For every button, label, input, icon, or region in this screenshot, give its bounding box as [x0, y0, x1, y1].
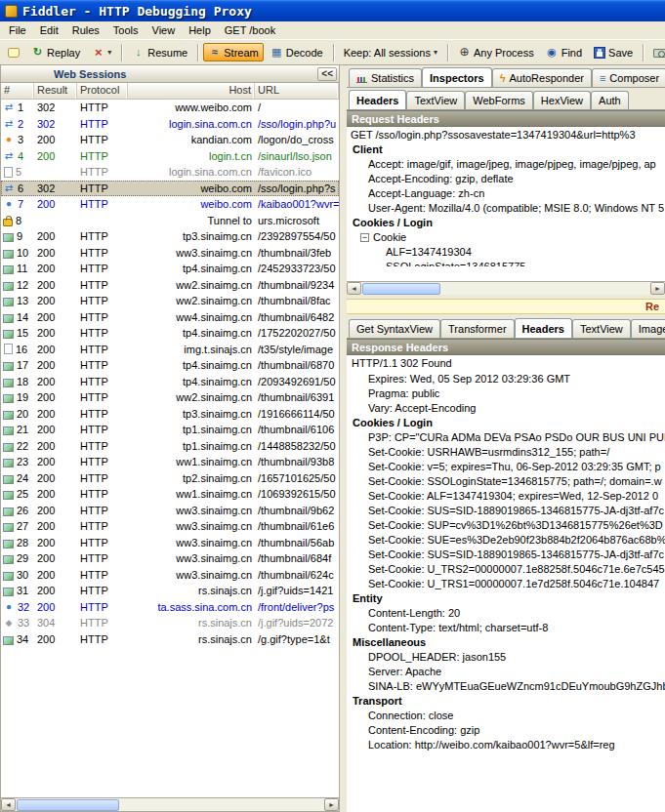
- session-row[interactable]: 25200HTTPww1.sinaimg.cn/1069392615/50: [1, 486, 339, 503]
- column-header-host[interactable]: Host: [128, 83, 255, 99]
- scroll-thumb[interactable]: [17, 799, 119, 811]
- request-header-line[interactable]: User-Agent: Mozilla/4.0 (compatible; MSI…: [347, 201, 665, 216]
- collapse-expander-icon[interactable]: −: [360, 233, 369, 242]
- any-process-button[interactable]: Any Process: [453, 43, 539, 61]
- session-row[interactable]: 30200HTTPww3.sinaimg.cn/thumbnail/624c: [1, 567, 339, 584]
- response-header-line[interactable]: Connection: close: [347, 709, 665, 723]
- title-bar[interactable]: Fiddler - HTTP Debugging Proxy: [0, 0, 665, 21]
- session-row[interactable]: 20200HTTPtp3.sinaimg.cn/1916666114/50: [1, 406, 339, 423]
- response-header-line[interactable]: Set-Cookie: SUS=SID-1889019865-134681577…: [347, 548, 665, 562]
- scroll-left-arrow-icon[interactable]: [347, 282, 361, 295]
- session-row[interactable]: 4200HTTPlogin.t.cn/sinaurl/lso.json: [1, 148, 339, 165]
- session-row[interactable]: 33304HTTPrs.sinajs.cn/j.gif?uids=2072: [1, 615, 339, 631]
- scroll-right-arrow-icon[interactable]: [324, 798, 339, 811]
- resume-button[interactable]: Resume: [127, 43, 192, 61]
- response-header-line[interactable]: Set-Cookie: SUS=SID-1889019865-134681577…: [347, 504, 665, 518]
- session-row[interactable]: 32200HTTPta.sass.sina.com.cn/front/deliv…: [1, 599, 339, 616]
- request-line[interactable]: GET /sso/login.php?ssosavestate=13474193…: [347, 127, 665, 142]
- session-row[interactable]: 10200HTTPww3.sinaimg.cn/thumbnail/3feb: [1, 245, 339, 262]
- response-tab-transformer[interactable]: Transformer: [440, 319, 515, 338]
- find-button[interactable]: Find: [541, 43, 587, 61]
- session-row[interactable]: 28200HTTPww3.sinaimg.cn/thumbnail/56ab: [1, 535, 339, 551]
- request-header-line[interactable]: Accept: image/gif, image/jpeg, image/pjp…: [347, 157, 665, 172]
- response-header-line[interactable]: Set-Cookie: SUE=es%3De2eb90f23b884b2f206…: [347, 533, 665, 548]
- menu-item-view[interactable]: View: [145, 22, 183, 38]
- response-header-line[interactable]: Content-Length: 20: [347, 606, 665, 621]
- response-header-line[interactable]: Server: Apache: [347, 665, 665, 679]
- response-header-line[interactable]: Set-Cookie: USRHAWB=usrmdins312_155; pat…: [347, 445, 665, 460]
- response-header-line[interactable]: Location: http://weibo.com/kaibao001?wvr…: [347, 738, 665, 752]
- menu-item-get-book[interactable]: GET /book: [218, 22, 282, 38]
- response-status-line[interactable]: HTTP/1.1 302 Found: [347, 355, 665, 372]
- response-header-line[interactable]: Set-Cookie: v=5; expires=Thu, 06-Sep-201…: [347, 460, 665, 474]
- sessions-horizontal-scrollbar[interactable]: [1, 797, 339, 811]
- session-row[interactable]: 21200HTTPtp1.sinaimg.cn/thumbnail/6106: [1, 422, 339, 438]
- response-header-line[interactable]: P3P: CP="CURa ADMa DEVa PSAo PSDo OUR BU…: [347, 430, 665, 445]
- replay-button[interactable]: Replay: [26, 43, 85, 61]
- response-tab-textview[interactable]: TextView: [572, 319, 631, 338]
- comment-button[interactable]: [3, 45, 24, 61]
- menu-item-file[interactable]: File: [2, 22, 33, 38]
- response-header-line[interactable]: SINA-LB: eWYyMTEuaGEueWZncm91cDEuYmoubG9…: [347, 679, 665, 694]
- session-row[interactable]: 23200HTTPww1.sinaimg.cn/thumbnail/93b8: [1, 454, 339, 470]
- request-tab-auth[interactable]: Auth: [591, 91, 629, 109]
- session-row[interactable]: 7200HTTPweibo.com/kaibao001?wvr=: [1, 196, 339, 213]
- response-header-line[interactable]: Expires: Wed, 05 Sep 2012 03:29:36 GMT: [347, 372, 665, 386]
- menu-item-edit[interactable]: Edit: [33, 22, 65, 38]
- session-row[interactable]: 13200HTTPww2.sinaimg.cn/thumbnail/8fac: [1, 293, 339, 309]
- response-header-line[interactable]: Content-Encoding: gzip: [347, 723, 665, 738]
- tab-statistics[interactable]: Statistics: [349, 68, 422, 87]
- column-header-url[interactable]: URL: [255, 83, 339, 99]
- request-header-line[interactable]: Accept-Encoding: gzip, deflate: [347, 172, 665, 186]
- session-row[interactable]: 22200HTTPtp1.sinaimg.cn/1448858232/50: [1, 438, 339, 455]
- response-header-line[interactable]: Set-Cookie: SUP=cv%3D1%26bt%3D1346815775…: [347, 518, 665, 533]
- request-header-line[interactable]: SSOLoginState=1346815775: [347, 260, 665, 266]
- session-row[interactable]: 9200HTTPtp3.sinaimg.cn/2392897554/50: [1, 228, 339, 245]
- session-row[interactable]: 26200HTTPww3.sinaimg.cn/thumbnail/9b62: [1, 503, 339, 519]
- screenshot-button[interactable]: [648, 44, 665, 61]
- session-row[interactable]: 6302HTTPweibo.com/sso/login.php?s: [1, 181, 339, 197]
- stream-button[interactable]: Stream: [203, 43, 263, 61]
- tab-inspectors[interactable]: Inspectors: [422, 67, 492, 88]
- keep-button[interactable]: Keep: All sessions▾: [339, 44, 442, 61]
- response-header-line[interactable]: Set-Cookie: ALF=1347419304; expires=Wed,…: [347, 489, 665, 504]
- scroll-left-arrow-icon[interactable]: [1, 798, 16, 811]
- session-row[interactable]: 15200HTTPtp4.sinaimg.cn/1752202027/50: [1, 325, 339, 342]
- session-row[interactable]: 27200HTTPww3.sinaimg.cn/thumbnail/61e6: [1, 518, 339, 535]
- session-row[interactable]: 19200HTTPww2.sinaimg.cn/thumbnail/6391: [1, 389, 339, 406]
- request-tab-hexview[interactable]: HexView: [533, 91, 591, 109]
- session-row[interactable]: 31200HTTPrs.sinajs.cn/j.gif?uids=1421: [1, 583, 339, 599]
- request-tab-webforms[interactable]: WebForms: [465, 91, 533, 109]
- response-tab-headers[interactable]: Headers: [515, 318, 572, 339]
- response-header-line[interactable]: DPOOL_HEADER: jason155: [347, 650, 665, 665]
- collapse-panel-button[interactable]: <<: [317, 67, 337, 81]
- response-tab-get-syntaxview[interactable]: Get SyntaxView: [349, 319, 440, 338]
- encoding-notice-bar[interactable]: Re: [347, 299, 665, 314]
- response-header-line[interactable]: Vary: Accept-Encoding: [347, 401, 665, 416]
- decode-button[interactable]: Decode: [266, 43, 328, 61]
- save-button[interactable]: Save: [589, 44, 638, 61]
- request-header-line[interactable]: Accept-Language: zh-cn: [347, 186, 665, 201]
- session-row[interactable]: 8Tunnel tours.microsoft: [1, 213, 339, 229]
- column-header-[interactable]: #: [1, 83, 34, 99]
- response-header-line[interactable]: Set-Cookie: SSOLoginState=1346815775; pa…: [347, 474, 665, 489]
- session-row[interactable]: 12200HTTPww2.sinaimg.cn/thumbnail/9234: [1, 277, 339, 294]
- scroll-right-arrow-icon[interactable]: [650, 282, 665, 295]
- response-header-line[interactable]: Set-Cookie: U_TRS2=00000007.1e88258f.504…: [347, 562, 665, 577]
- session-row[interactable]: 14200HTTPww4.sinaimg.cn/thumbnail/6482: [1, 309, 339, 326]
- response-header-line[interactable]: Content-Type: text/html; charset=utf-8: [347, 621, 665, 635]
- session-row[interactable]: 18200HTTPtp4.sinaimg.cn/2093492691/50: [1, 374, 339, 390]
- menu-item-tools[interactable]: Tools: [106, 22, 145, 38]
- tab-composer[interactable]: Composer: [592, 68, 665, 87]
- request-tab-textview[interactable]: TextView: [406, 91, 465, 109]
- panel-splitter[interactable]: [340, 65, 347, 812]
- response-header-line[interactable]: Set-Cookie: U_TRS1=00000007.1e7d258f.504…: [347, 577, 665, 591]
- remove-button[interactable]: ▾: [87, 43, 116, 61]
- column-header-result[interactable]: Result: [34, 83, 77, 99]
- menu-item-rules[interactable]: Rules: [65, 22, 106, 38]
- session-row[interactable]: 34200HTTPrs.sinajs.cn/g.gif?type=1&t: [1, 631, 339, 648]
- request-header-line[interactable]: −Cookie: [347, 230, 665, 245]
- session-row[interactable]: 3200HTTPkandian.com/logon/do_cross: [1, 132, 339, 148]
- session-row[interactable]: 2302HTTPlogin.sina.com.cn/sso/login.php?…: [1, 116, 339, 133]
- session-row[interactable]: 1302HTTPwww.weibo.com/: [1, 100, 339, 116]
